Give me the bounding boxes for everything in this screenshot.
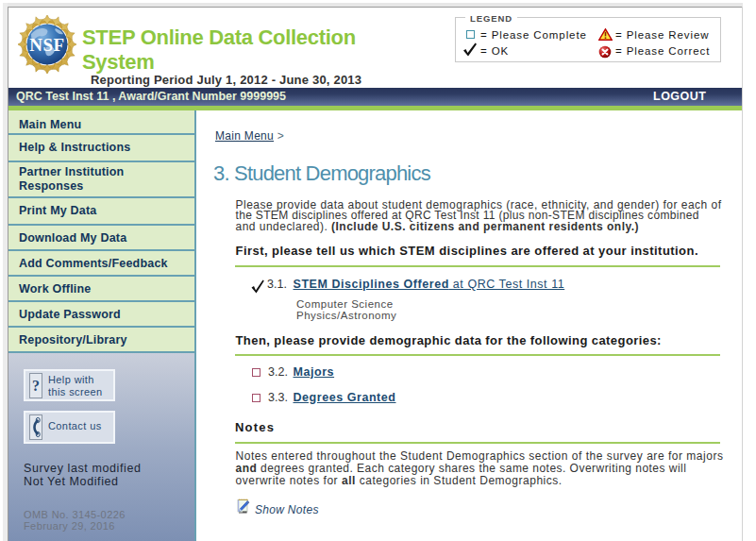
svg-text:NSF: NSF (29, 35, 64, 55)
